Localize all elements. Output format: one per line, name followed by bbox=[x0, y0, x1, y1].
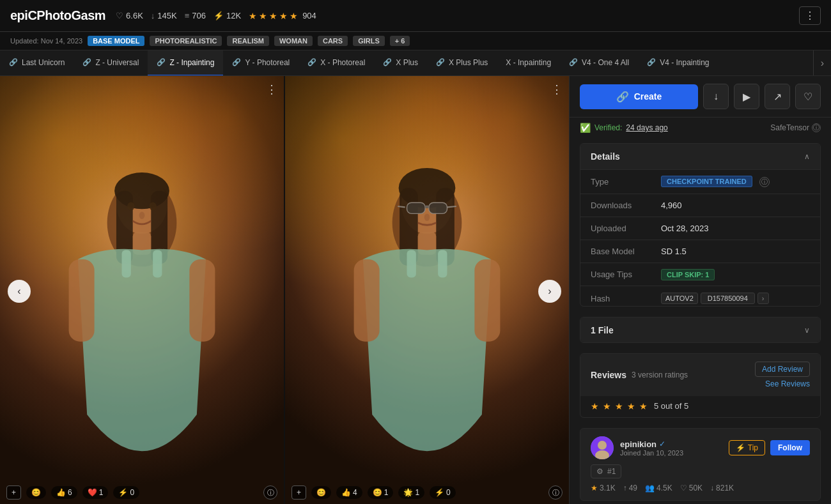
tab-x-inpainting[interactable]: X - Inpainting bbox=[497, 50, 560, 76]
detail-base-model-row: Base Model SD 1.5 bbox=[580, 240, 820, 263]
reaction-smiley-left: 😊 bbox=[26, 486, 46, 499]
link-icon-8: 🔗 bbox=[569, 58, 578, 66]
usage-tips-value: CLIP SKIP: 1 bbox=[661, 270, 715, 279]
tag-woman[interactable]: WOMAN bbox=[274, 36, 313, 46]
tip-button[interactable]: ⚡ Tip bbox=[729, 440, 765, 455]
tab-x-plus-plus[interactable]: 🔗 X Plus Plus bbox=[427, 50, 497, 76]
tag-base-model[interactable]: BASE MODEL bbox=[88, 36, 144, 46]
files-title: 1 File bbox=[591, 325, 614, 335]
author-uploads: 49 bbox=[629, 484, 637, 493]
updated-label: Updated: Nov 14, 2023 bbox=[10, 37, 82, 45]
star-1: ★ bbox=[249, 11, 257, 21]
tab-z-universal[interactable]: 🔗 Z - Universal bbox=[74, 50, 148, 76]
see-reviews-link[interactable]: See Reviews bbox=[765, 379, 810, 388]
author-stat-uploads: ↑ 49 bbox=[623, 484, 637, 493]
gallery-image-menu-left[interactable]: ⋮ bbox=[266, 82, 277, 96]
detail-hash-row: Hash AUTOV2 D157850094 › bbox=[580, 286, 820, 307]
tabs-scroll-right[interactable]: › bbox=[813, 50, 831, 76]
link-icon-6: 🔗 bbox=[383, 58, 392, 66]
tab-label: Z - Universal bbox=[95, 58, 139, 67]
reviews-title: Reviews bbox=[591, 370, 626, 380]
image-info-button-right[interactable]: ⓘ bbox=[548, 485, 563, 500]
create-button[interactable]: 🔗 Create bbox=[580, 84, 698, 109]
reviews-count: 3 version ratings bbox=[632, 370, 688, 379]
tab-x-photoreal[interactable]: 🔗 X - Photoreal bbox=[299, 50, 374, 76]
author-stats: ★ 3.1K ↑ 49 👥 4.5K ♡ 50K ↓ 821K bbox=[591, 484, 810, 493]
review-star-5: ★ bbox=[639, 401, 648, 411]
create-icon: 🔗 bbox=[616, 91, 629, 103]
author-downloads: 821K bbox=[716, 484, 734, 493]
svg-rect-8 bbox=[69, 259, 95, 342]
tab-v4-inpainting[interactable]: 🔗 V4 - Inpainting bbox=[638, 50, 718, 76]
tag-photorealistic[interactable]: PHOTOREALISTIC bbox=[150, 36, 222, 46]
heart-icon-small: ♡ bbox=[680, 484, 687, 493]
comments-count: 706 bbox=[192, 11, 206, 20]
safe-tensor-text: SafeTensor bbox=[770, 123, 809, 132]
details-table: Type CHECKPOINT TRAINED ⓘ Downloads 4,96… bbox=[580, 169, 820, 307]
tab-label: X Plus bbox=[396, 58, 418, 67]
create-label: Create bbox=[634, 91, 662, 102]
download-icon-small: ↓ bbox=[710, 484, 714, 493]
gallery-prev-button[interactable]: ‹ bbox=[8, 280, 31, 303]
follow-button[interactable]: Follow bbox=[770, 440, 810, 455]
verified-date-link[interactable]: 24 days ago bbox=[626, 123, 667, 132]
reaction-emoji-right: 😊 1 bbox=[368, 486, 394, 499]
gallery-add-button-left[interactable]: + bbox=[6, 485, 21, 500]
tab-label: X - Photoreal bbox=[320, 58, 365, 67]
details-section-header[interactable]: Details ∧ bbox=[580, 144, 820, 169]
heart-icon: ♡ bbox=[116, 11, 123, 20]
star-2: ★ bbox=[259, 11, 267, 21]
image-panel-right: › ⋮ + 😊 👍 4 😊 1 🌟 1 bbox=[284, 76, 569, 504]
hash-expand-button[interactable]: › bbox=[757, 293, 769, 304]
tag-realism[interactable]: REALISM bbox=[227, 36, 269, 46]
share-button[interactable]: ↗ bbox=[765, 84, 790, 109]
star-icon: 🌟 bbox=[403, 488, 413, 497]
tab-v4-one4all[interactable]: 🔗 V4 - One 4 All bbox=[560, 50, 638, 76]
detail-downloads-row: Downloads 4,960 bbox=[580, 194, 820, 217]
bolt-icon-left: ⚡ bbox=[118, 488, 128, 497]
download-icon: ↓ bbox=[151, 11, 155, 20]
image-info-button-left[interactable]: ⓘ bbox=[263, 485, 277, 500]
uploaded-value: Oct 28, 2023 bbox=[661, 224, 708, 233]
play-button[interactable]: ▶ bbox=[734, 84, 759, 109]
reaction-heart-left: ❤️ 1 bbox=[82, 486, 109, 499]
author-following: 4.5K bbox=[656, 484, 672, 493]
tag-cars[interactable]: CARS bbox=[318, 36, 348, 46]
download-action-button[interactable]: ↓ bbox=[703, 84, 729, 109]
photo-right-bg bbox=[285, 76, 569, 504]
gallery-image-menu-right[interactable]: ⋮ bbox=[551, 82, 563, 96]
svg-rect-21 bbox=[425, 205, 429, 208]
thumbsup-count: 6 bbox=[68, 488, 72, 497]
author-joined: Joined Jan 10, 2023 bbox=[620, 449, 683, 457]
add-review-button[interactable]: Add Review bbox=[755, 362, 810, 377]
gear-icon: ⚙ bbox=[596, 467, 603, 476]
author-stat-followers: 👥 4.5K bbox=[645, 484, 672, 493]
downloads-count: 145K bbox=[157, 11, 176, 20]
reviews-stars-row: ★ ★ ★ ★ ★ 5 out of 5 bbox=[591, 401, 810, 411]
tab-label: V4 - One 4 All bbox=[582, 58, 629, 67]
star-3: ★ bbox=[269, 11, 277, 21]
files-section-header[interactable]: 1 File ∨ bbox=[580, 317, 820, 343]
svg-rect-25 bbox=[438, 250, 447, 278]
tab-last-unicorn[interactable]: 🔗 Last Unicorn bbox=[0, 50, 74, 76]
details-chevron-icon: ∧ bbox=[804, 152, 810, 161]
reviews-body: ★ ★ ★ ★ ★ 5 out of 5 bbox=[580, 396, 820, 418]
rating-count: 904 bbox=[302, 11, 316, 20]
tab-z-inpainting[interactable]: 🔗 Z - Inpainting bbox=[148, 50, 223, 76]
author-rating: 3.1K bbox=[600, 484, 616, 493]
type-info-icon[interactable]: ⓘ bbox=[759, 177, 770, 187]
tag-more[interactable]: + 6 bbox=[390, 36, 410, 46]
link-icon-3: 🔗 bbox=[157, 58, 166, 66]
tag-girls[interactable]: GIRLS bbox=[353, 36, 385, 46]
action-bar: 🔗 Create ↓ ▶ ↗ ♡ bbox=[570, 76, 831, 118]
author-likes: 50K bbox=[689, 484, 703, 493]
tab-y-photoreal[interactable]: 🔗 Y - Photoreal bbox=[223, 50, 299, 76]
tab-x-plus[interactable]: 🔗 X Plus bbox=[374, 50, 427, 76]
link-icon-5: 🔗 bbox=[307, 58, 316, 66]
more-options-button[interactable]: ⋮ bbox=[799, 6, 821, 25]
star-count: 1 bbox=[415, 488, 419, 497]
gallery-next-button[interactable]: › bbox=[538, 280, 561, 303]
gallery-add-button-right[interactable]: + bbox=[291, 485, 306, 500]
reaction-bolt-right: ⚡ 0 bbox=[430, 486, 456, 499]
favorite-button[interactable]: ♡ bbox=[795, 84, 821, 109]
